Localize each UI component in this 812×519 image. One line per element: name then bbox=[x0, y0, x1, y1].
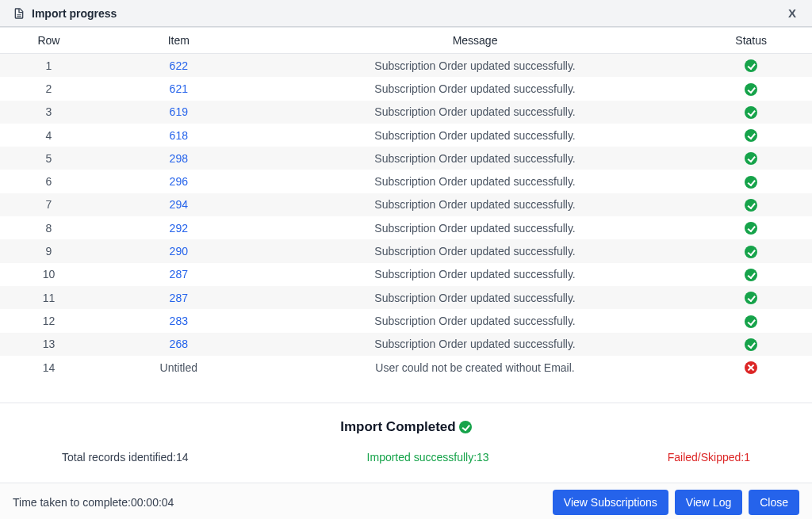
view-subscriptions-button[interactable]: View Subscriptions bbox=[553, 490, 668, 515]
item-cell: 287 bbox=[98, 263, 260, 286]
dialog-footer: Time taken to complete:00:00:04 View Sub… bbox=[0, 483, 812, 519]
message-cell: Subscription Order updated successfully. bbox=[260, 286, 691, 309]
item-link[interactable]: 287 bbox=[170, 292, 188, 304]
summary-title: Import Completed bbox=[14, 419, 798, 435]
summary-total-value: 14 bbox=[176, 451, 189, 464]
summary-total: Total records identified:14 bbox=[62, 451, 189, 464]
item-link[interactable]: 268 bbox=[170, 338, 188, 350]
table-row: 10287Subscription Order updated successf… bbox=[0, 263, 812, 286]
success-check-icon bbox=[745, 315, 757, 328]
message-cell: Subscription Order updated successfully. bbox=[260, 147, 691, 170]
dialog-title-group: Import progress bbox=[13, 7, 117, 20]
message-cell: Subscription Order updated successfully. bbox=[260, 216, 691, 239]
message-cell: User could not be created without Email. bbox=[260, 356, 691, 379]
row-number: 3 bbox=[0, 101, 98, 124]
success-check-icon bbox=[745, 292, 757, 304]
item-cell: 618 bbox=[98, 124, 260, 147]
message-cell: Subscription Order updated successfully. bbox=[260, 170, 691, 193]
row-number: 10 bbox=[0, 263, 98, 286]
footer-buttons: View Subscriptions View Log Close bbox=[553, 490, 799, 515]
success-check-icon bbox=[745, 222, 757, 235]
item-cell: 296 bbox=[98, 170, 260, 193]
success-check-icon bbox=[745, 338, 757, 351]
item-link[interactable]: 292 bbox=[170, 222, 188, 235]
message-cell: Subscription Order updated successfully. bbox=[260, 193, 691, 216]
row-number: 11 bbox=[0, 286, 98, 309]
message-cell: Subscription Order updated successfully. bbox=[260, 333, 691, 356]
summary-ok-value: 13 bbox=[477, 451, 489, 464]
row-number: 4 bbox=[0, 124, 98, 147]
status-cell bbox=[690, 124, 812, 147]
col-row-header: Row bbox=[0, 28, 98, 54]
item-cell: 287 bbox=[98, 286, 260, 309]
row-number: 14 bbox=[0, 356, 98, 379]
item-link[interactable]: 618 bbox=[170, 129, 188, 142]
row-number: 7 bbox=[0, 193, 98, 216]
table-header-row: Row Item Message Status bbox=[0, 28, 812, 54]
table-row: 7294Subscription Order updated successfu… bbox=[0, 193, 812, 216]
summary-imported: Imported successfully:13 bbox=[367, 451, 489, 464]
success-check-icon bbox=[745, 199, 757, 212]
item-link[interactable]: 298 bbox=[170, 152, 188, 165]
status-cell bbox=[690, 286, 812, 309]
row-number: 2 bbox=[0, 77, 98, 100]
item-cell: 268 bbox=[98, 333, 260, 356]
summary-section: Import Completed Total records identifie… bbox=[0, 403, 812, 483]
message-cell: Subscription Order updated successfully. bbox=[260, 101, 691, 124]
message-cell: Subscription Order updated successfully. bbox=[260, 77, 691, 100]
table-row: 2621Subscription Order updated successfu… bbox=[0, 77, 812, 100]
success-check-icon bbox=[745, 152, 757, 165]
item-link[interactable]: 294 bbox=[170, 198, 188, 211]
status-cell bbox=[690, 101, 812, 124]
summary-fail-label: Failed/Skipped: bbox=[668, 451, 745, 464]
col-status-header: Status bbox=[690, 28, 812, 54]
item-cell: 294 bbox=[98, 193, 260, 216]
close-button-footer[interactable]: Close bbox=[749, 490, 799, 515]
message-cell: Subscription Order updated successfully. bbox=[260, 54, 691, 78]
item-cell: 292 bbox=[98, 216, 260, 239]
row-number: 12 bbox=[0, 309, 98, 332]
item-link[interactable]: 619 bbox=[170, 105, 188, 118]
item-cell: 298 bbox=[98, 147, 260, 170]
status-cell bbox=[690, 309, 812, 332]
success-check-icon bbox=[745, 129, 757, 142]
close-button[interactable]: X bbox=[785, 6, 799, 20]
error-x-icon bbox=[745, 361, 757, 374]
table-row: 5298Subscription Order updated successfu… bbox=[0, 147, 812, 170]
item-text: Untitled bbox=[160, 361, 197, 374]
results-table: Row Item Message Status 1622Subscription… bbox=[0, 27, 812, 379]
status-cell bbox=[690, 147, 812, 170]
item-cell: 290 bbox=[98, 239, 260, 262]
row-number: 6 bbox=[0, 170, 98, 193]
success-check-icon bbox=[745, 59, 757, 72]
table-row: 4618Subscription Order updated successfu… bbox=[0, 124, 812, 147]
item-cell: 621 bbox=[98, 77, 260, 100]
item-cell: 622 bbox=[98, 54, 260, 78]
item-link[interactable]: 290 bbox=[170, 245, 188, 258]
message-cell: Subscription Order updated successfully. bbox=[260, 124, 691, 147]
status-cell bbox=[690, 170, 812, 193]
item-link[interactable]: 622 bbox=[170, 59, 188, 72]
success-check-icon bbox=[745, 246, 757, 258]
col-message-header: Message bbox=[260, 28, 691, 54]
item-link[interactable]: 296 bbox=[170, 175, 188, 188]
table-row: 6296Subscription Order updated successfu… bbox=[0, 170, 812, 193]
summary-failed: Failed/Skipped:1 bbox=[668, 451, 750, 464]
row-number: 5 bbox=[0, 147, 98, 170]
status-cell bbox=[690, 54, 812, 78]
summary-stats: Total records identified:14 Imported suc… bbox=[14, 451, 798, 464]
item-link[interactable]: 287 bbox=[170, 268, 188, 280]
item-cell: 619 bbox=[98, 101, 260, 124]
row-number: 1 bbox=[0, 54, 98, 78]
message-cell: Subscription Order updated successfully. bbox=[260, 239, 691, 262]
document-icon bbox=[13, 7, 25, 20]
view-log-button[interactable]: View Log bbox=[675, 490, 742, 515]
item-link[interactable]: 283 bbox=[170, 315, 188, 327]
table-row: 13268Subscription Order updated successf… bbox=[0, 333, 812, 356]
status-cell bbox=[690, 77, 812, 100]
item-link[interactable]: 621 bbox=[170, 82, 188, 95]
status-cell bbox=[690, 193, 812, 216]
success-check-icon bbox=[745, 269, 757, 281]
message-cell: Subscription Order updated successfully. bbox=[260, 309, 691, 332]
row-number: 8 bbox=[0, 216, 98, 239]
